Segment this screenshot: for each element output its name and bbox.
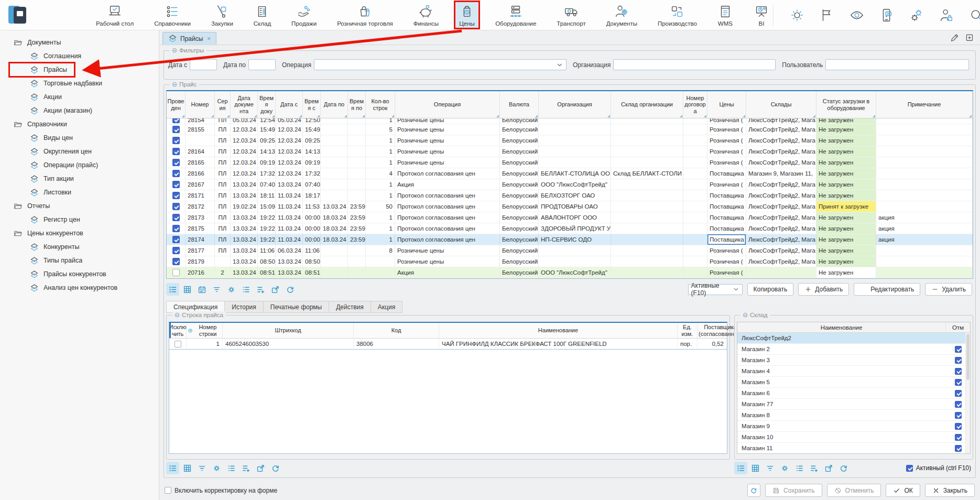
row-checkbox[interactable]	[172, 126, 180, 133]
row-checkbox-cell[interactable]	[167, 256, 186, 267]
open-window-tool-button[interactable]	[269, 283, 282, 296]
cell-date_to[interactable]	[321, 179, 348, 190]
cell-status[interactable]: Не загружен	[816, 256, 876, 267]
cell-time_from[interactable]: 07:40	[303, 179, 321, 190]
price-column-header[interactable]: Склад организации	[611, 91, 683, 118]
cell-contract[interactable]	[683, 157, 707, 168]
cell-note[interactable]: акция	[876, 223, 973, 234]
cell-status[interactable]: Не загружен	[816, 168, 876, 179]
detail-tab-Действия[interactable]: Действия	[329, 301, 371, 313]
refresh-tool-button[interactable]	[837, 462, 850, 474]
cell-currency[interactable]: Белорусский	[500, 223, 539, 234]
price-row[interactable]: 28164ПЛ12.03.2414:1312.03.2414:131Рознич…	[167, 146, 973, 157]
cell-org_warehouse[interactable]	[611, 223, 683, 234]
cell-doc_date[interactable]: 12.03.24	[231, 146, 258, 157]
cell-doc_date[interactable]: 13.03.24	[231, 256, 258, 267]
cell-warehouses[interactable]: ЛюксСофтТрейд2, Мага	[746, 245, 816, 256]
cell-contract[interactable]	[683, 201, 707, 212]
cell-operation[interactable]: Розничные цены	[395, 118, 500, 124]
sidebar-item[interactable]: Соглашения	[0, 49, 159, 63]
list-view-tool-button[interactable]	[166, 462, 179, 474]
cell-note[interactable]	[876, 267, 973, 278]
cell-prices[interactable]: Розничная (	[707, 146, 746, 157]
cell-note[interactable]: акция	[876, 212, 973, 223]
edit-button[interactable]: Редактировать	[854, 283, 920, 296]
cell-num[interactable]: 28167	[186, 179, 215, 190]
cell-series[interactable]: ПЛ	[215, 124, 231, 135]
price-column-header[interactable]: Валюта	[500, 91, 539, 118]
refresh-button[interactable]	[747, 484, 760, 497]
cell-org_warehouse[interactable]	[611, 256, 683, 267]
cell-operation[interactable]: Протокол согласования цен	[395, 234, 500, 245]
cell-doc_time[interactable]: 08:51	[258, 267, 276, 278]
cell-contract[interactable]	[683, 212, 707, 223]
cell-org[interactable]: БЕЛЛАКТ-СТОЛИЦА ОО	[539, 168, 611, 179]
price-column-header[interactable]: Врем я по	[348, 91, 366, 118]
cell-lines[interactable]: 5	[366, 124, 395, 135]
add-list-tool-button[interactable]	[239, 462, 253, 474]
row-checkbox-cell[interactable]	[167, 168, 186, 179]
cell-date_to[interactable]	[321, 168, 348, 179]
cell-doc_date[interactable]: 13.03.24	[231, 245, 258, 256]
cell-time_from[interactable]: 08:51	[303, 267, 321, 278]
cell-date_from[interactable]: 05.03.24	[276, 118, 303, 124]
cell-doc_date[interactable]: 12.03.24	[231, 124, 258, 135]
cell-operation[interactable]: Протокол согласования цен	[395, 223, 500, 234]
cell-doc_time[interactable]: 09:19	[258, 157, 276, 168]
cell-prices[interactable]: Розничная (	[707, 135, 746, 146]
cell-note[interactable]	[876, 146, 973, 157]
row-checkbox[interactable]	[172, 181, 180, 188]
cell-doc_time[interactable]: 19:22	[258, 212, 276, 223]
active-checkbox[interactable]	[906, 465, 913, 472]
gear-tool-button[interactable]	[210, 462, 223, 474]
cell-num[interactable]: 28166	[186, 168, 215, 179]
cell-operation[interactable]: Розничные цены	[395, 146, 500, 157]
sidebar-item[interactable]: Тип акции	[0, 172, 159, 186]
cell-time_to[interactable]	[348, 124, 366, 135]
cell-note[interactable]	[876, 118, 973, 124]
sidebar-item[interactable]: Торговые надбавки	[0, 77, 159, 90]
cell-time_to[interactable]	[348, 245, 366, 256]
cell-note[interactable]	[876, 179, 973, 190]
warehouse-checkbox[interactable]	[955, 434, 962, 441]
cell-warehouses[interactable]: ЛюксСофтТрейд2, Мага	[746, 190, 816, 201]
sidebar-folder[interactable]: Справочники	[0, 117, 159, 131]
cell-status[interactable]: Не загружен	[816, 146, 876, 157]
numbered-list-tool-button[interactable]	[239, 283, 253, 296]
cell-date_to[interactable]	[321, 245, 348, 256]
cell-contract[interactable]	[683, 234, 707, 245]
cell-date_from[interactable]: 12.03.24	[276, 124, 303, 135]
cell-time_from[interactable]: 09:25	[303, 135, 321, 146]
cell-date_from[interactable]: 11.03.24	[276, 223, 303, 234]
cell-time_from[interactable]: 00:00	[303, 212, 321, 223]
row-checkbox[interactable]	[172, 214, 180, 221]
cell-warehouses[interactable]: ЛюксСофтТрейд2, Мага	[746, 157, 816, 168]
cell-note[interactable]	[876, 168, 973, 179]
cell-org[interactable]: БЕЛХОЗТОРГ ОАО	[539, 190, 611, 201]
warehouse-row[interactable]: ЛюксСофтТрейд2	[737, 333, 970, 344]
cell-operation[interactable]: Акция	[395, 179, 500, 190]
price-row[interactable]: 2817913.03.2408:5013.03.2408:50Розничные…	[167, 256, 973, 267]
cell-time_to[interactable]: 23:59	[348, 212, 366, 223]
warehouse-row[interactable]: Магазин 2	[737, 344, 970, 355]
cell-num[interactable]: 28165	[186, 157, 215, 168]
cell-prices[interactable]: Поставщика	[707, 201, 746, 212]
cell-name[interactable]: ЧАЙ ГРИНФИЛД КЛАССИК БРЕКФАСТ 100Г GREEN…	[439, 339, 678, 349]
cell-date_to[interactable]: 18.03.24	[321, 223, 348, 234]
nav-item-wms[interactable]: WMS	[714, 2, 737, 28]
cell-org_warehouse[interactable]	[611, 179, 683, 190]
cell-currency[interactable]: Белорусский	[500, 267, 539, 278]
correction-checkbox[interactable]	[165, 487, 171, 494]
cell-warehouses[interactable]: ЛюксСофтТрейд2, Мага	[746, 223, 816, 234]
row-checkbox[interactable]	[172, 118, 180, 123]
cell-status[interactable]: Не загружен	[816, 118, 876, 124]
price-row[interactable]: 28173ПЛ13.03.2419:2211.03.2400:0018.03.2…	[167, 212, 973, 223]
collapse-icon[interactable]: ⊖	[172, 47, 177, 54]
topbar-search-button[interactable]	[968, 7, 980, 23]
cell-lines[interactable]: 8	[366, 245, 395, 256]
row-checkbox[interactable]	[172, 269, 180, 276]
cell-doc_time[interactable]: 09:25	[258, 135, 276, 146]
cell-org_warehouse[interactable]	[611, 212, 683, 223]
cell-lines[interactable]: 1	[366, 179, 395, 190]
warehouse-checkbox[interactable]	[955, 368, 962, 375]
